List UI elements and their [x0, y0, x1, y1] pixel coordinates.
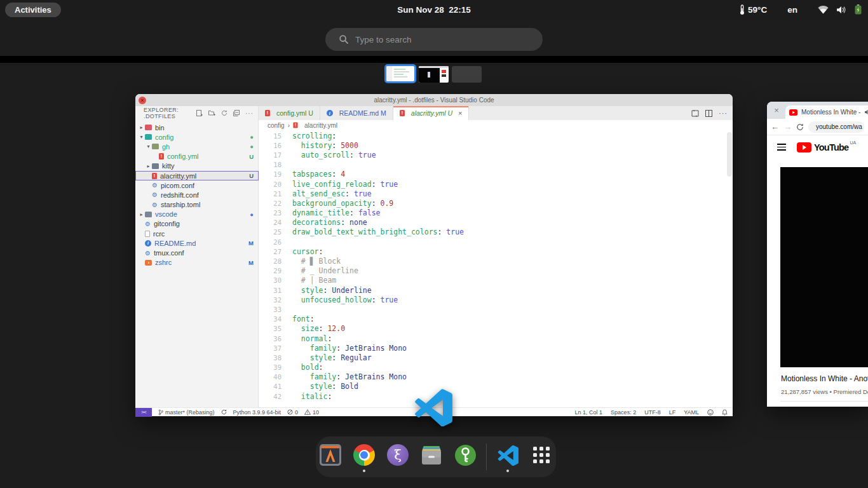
breadcrumb-file[interactable]: alacritty.yml [304, 122, 337, 129]
dock-item-emacs[interactable]: ξ [385, 440, 410, 473]
refresh-icon[interactable] [221, 110, 227, 116]
code-line[interactable]: 32 unfocused_hollow: true [259, 295, 733, 304]
explorer-item-vscode[interactable]: ▸vscode● [135, 210, 259, 219]
more-actions-icon[interactable]: ··· [245, 110, 254, 117]
status-item-yaml[interactable]: YAML [684, 409, 699, 416]
code-line[interactable]: 33 [259, 304, 733, 314]
explorer-item-kitty[interactable]: ▸kitty [135, 161, 259, 171]
split-editor-icon[interactable] [705, 110, 712, 117]
code-line[interactable]: 24decorations: none [259, 218, 733, 227]
reload-button[interactable] [796, 123, 804, 131]
search-input[interactable]: Type to search [325, 28, 543, 51]
chrome-close-button[interactable]: × [772, 106, 781, 115]
workspace-thumbnail-empty[interactable] [452, 66, 482, 83]
editor-tab-readme-md[interactable]: iREADME.md M [320, 106, 393, 120]
status-item-lf[interactable]: LF [669, 409, 676, 416]
open-changes-icon[interactable] [691, 110, 699, 117]
editor-tab-config-yml[interactable]: !config.yml U [259, 106, 320, 120]
status-item-10[interactable]: 10 [304, 409, 319, 416]
collapse-all-icon[interactable] [233, 110, 240, 116]
status-item-python-3-9-9-64-bit[interactable]: Python 3.9.9 64-bit [233, 409, 281, 416]
code-line[interactable]: 34font: [259, 315, 733, 324]
explorer-item-gitconfig[interactable]: ⚙gitconfig [135, 219, 259, 229]
status-item-bell-icon[interactable] [722, 409, 728, 416]
code-line[interactable]: 36 normal: [259, 334, 733, 343]
code-line[interactable]: 39 bold: [259, 363, 733, 372]
vscode-titlebar[interactable]: × alacritty.yml - .dotfiles - Visual Stu… [135, 94, 733, 106]
chrome-window[interactable]: × Motionless In White - / ← → youtube.co… [767, 102, 868, 407]
code-line[interactable]: 18 [259, 160, 733, 170]
status-item-feedback-icon[interactable] [707, 409, 714, 416]
status-item-ln-1-col-1[interactable]: Ln 1, Col 1 [575, 409, 603, 416]
menu-icon[interactable] [777, 144, 786, 151]
explorer-item-redshift-conf[interactable]: ⚙redshift.conf [135, 190, 259, 200]
dock-item-vscode[interactable] [495, 440, 520, 473]
dock-item-files[interactable] [419, 440, 444, 473]
tab-audio-icon[interactable] [865, 109, 868, 115]
code-line[interactable]: 26 [259, 237, 733, 247]
code-line[interactable]: 41 style: Bold [259, 382, 733, 391]
system-status-area[interactable]: 59°C en [739, 0, 862, 19]
explorer-item-config[interactable]: ▾config● [135, 132, 259, 142]
explorer-item-picom-conf[interactable]: ⚙picom.conf [135, 180, 259, 190]
code-line[interactable]: 27cursor: [259, 247, 733, 256]
status-item-spaces-2[interactable]: Spaces: 2 [611, 409, 636, 416]
explorer-item-rcrc[interactable]: rcrc [135, 229, 259, 238]
editor-tab-alacritty-yml[interactable]: !alacritty.yml U× [393, 106, 470, 120]
breadcrumb-folder[interactable]: config [268, 122, 285, 129]
code-line[interactable]: 35 size: 12.0 [259, 324, 733, 334]
code-line[interactable]: 19tabspaces: 4 [259, 170, 733, 179]
explorer-item-zshrc[interactable]: ›zshrcM [135, 258, 259, 268]
code-line[interactable]: 40 family: JetBrains Mono [259, 372, 733, 382]
back-button[interactable]: ← [771, 122, 779, 132]
keyboard-layout-indicator[interactable]: en [787, 5, 797, 15]
explorer-item-gh[interactable]: ▾gh● [135, 142, 259, 151]
status-icons[interactable] [818, 4, 862, 15]
status-item-0[interactable]: 0 [287, 409, 298, 416]
new-file-icon[interactable] [196, 110, 203, 117]
explorer-item-readme-md[interactable]: iREADME.mdM [135, 238, 259, 248]
code-line[interactable]: 38 style: Regular [259, 353, 733, 362]
clock[interactable]: Sun Nov 28 22:15 [0, 0, 868, 19]
code-editor[interactable]: 15scrolling:16 history: 500017 auto_scro… [259, 131, 733, 407]
breadcrumb[interactable]: config › ! alacritty.yml [259, 120, 733, 130]
video-player[interactable] [780, 167, 868, 367]
dock-item-alacritty[interactable] [318, 440, 343, 473]
dock-item-keepassxc[interactable] [452, 440, 478, 473]
explorer-item-alacritty-yml[interactable]: !alacritty.ymlU [135, 171, 259, 180]
workspace-thumbnail-video[interactable] [419, 66, 449, 83]
code-line[interactable]: 31 style: Underline [259, 285, 733, 295]
code-line[interactable]: 17 auto_scroll: true [259, 150, 733, 159]
code-line[interactable]: 16 history: 5000 [259, 140, 733, 150]
status-item-sync-icon[interactable] [221, 409, 227, 415]
code-line[interactable]: 23dynamic_title: false [259, 208, 733, 218]
explorer-item-starship-toml[interactable]: ⚙starship.toml [135, 200, 259, 210]
code-line[interactable]: 20live_config_reload: true [259, 179, 733, 189]
code-line[interactable]: 25draw_bold_text_with_bright_colors: tru… [259, 227, 733, 237]
temperature-indicator[interactable]: 59°C [739, 4, 767, 15]
code-line[interactable]: 22background_opacity: 0.9 [259, 198, 733, 208]
chrome-active-tab[interactable]: Motionless In White - / [785, 105, 868, 119]
code-line[interactable]: 28 # ▋ Block [259, 256, 733, 266]
vscode-window[interactable]: × alacritty.yml - .dotfiles - Visual Stu… [135, 94, 733, 416]
code-line[interactable]: 42 italic: [259, 391, 733, 401]
code-line[interactable]: 21alt_send_esc: true [259, 189, 733, 198]
code-line[interactable]: 37 family: JetBrains Mono [259, 343, 733, 353]
remote-indicator[interactable]: >< [135, 408, 152, 417]
close-tab-icon[interactable]: × [458, 109, 462, 117]
explorer-item-tmux-conf[interactable]: ⚙tmux.conf [135, 248, 259, 257]
new-folder-icon[interactable] [208, 110, 215, 116]
status-item-utf-8[interactable]: UTF-8 [644, 409, 661, 416]
dock-item-chrome[interactable] [351, 440, 377, 473]
code-line[interactable]: 30 # | Beam [259, 276, 733, 285]
explorer-item-config-yml[interactable]: !config.ymlU [135, 152, 259, 161]
code-line[interactable]: 15scrolling: [259, 131, 733, 140]
address-bar[interactable]: youtube.com/wa [808, 121, 864, 133]
dock-item-app-grid[interactable] [529, 440, 554, 473]
forward-button[interactable]: → [783, 122, 792, 132]
status-item-master-rebasing[interactable]: master* (Rebasing) [158, 409, 215, 416]
more-editor-actions-icon[interactable]: ··· [719, 109, 728, 117]
editor-scrollbar[interactable] [727, 132, 732, 177]
explorer-item-bin[interactable]: ▸bin [135, 123, 259, 132]
code-line[interactable]: 29 # _ Underline [259, 266, 733, 276]
